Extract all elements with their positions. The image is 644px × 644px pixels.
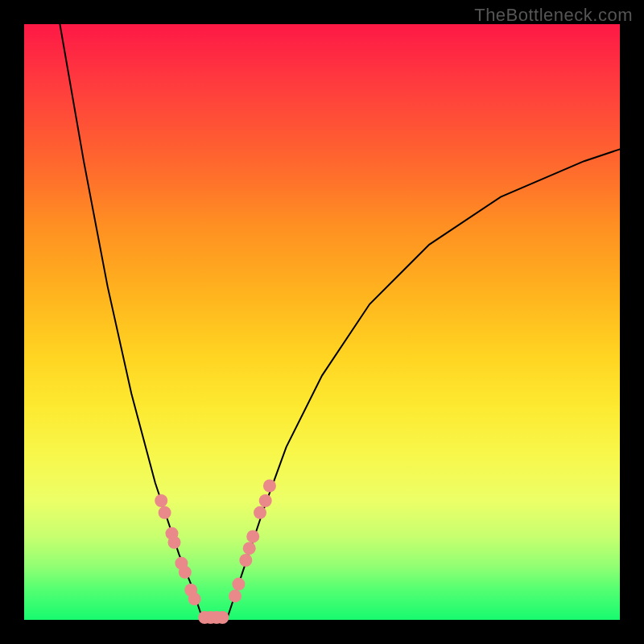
marker-dot — [179, 566, 192, 579]
right-branch-curve — [227, 149, 620, 620]
marker-dot — [243, 542, 256, 555]
marker-dot — [229, 589, 242, 602]
marker-dot — [168, 536, 181, 549]
marker-dots — [155, 480, 276, 625]
curve-layer — [24, 24, 620, 620]
marker-dot — [155, 494, 167, 507]
marker-dot — [188, 592, 201, 605]
plot-area — [24, 24, 620, 620]
marker-dot — [259, 494, 272, 507]
marker-dot — [232, 578, 245, 591]
chart-frame: TheBottleneck.com — [0, 0, 644, 644]
left-branch-curve — [60, 24, 203, 620]
watermark-label: TheBottleneck.com — [474, 5, 633, 26]
marker-dot — [216, 611, 229, 624]
marker-dot — [239, 554, 252, 567]
marker-dot — [254, 506, 266, 519]
marker-dot — [246, 530, 259, 543]
marker-dot — [159, 506, 171, 519]
marker-dot — [263, 480, 276, 493]
